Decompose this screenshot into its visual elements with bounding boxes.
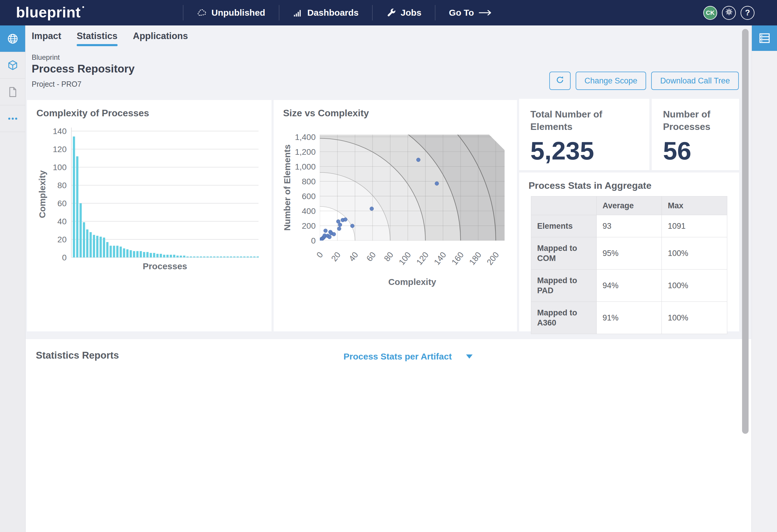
aggregate-title: Process Stats in Aggregate: [529, 180, 651, 191]
nav-item-label: Go To: [449, 8, 474, 18]
arrow-right-icon: [478, 9, 492, 16]
aggregate-row-label: Mapped to A360: [531, 302, 597, 334]
question-icon: ?: [745, 8, 750, 17]
page-actions: Change Scope Download Call Tree: [549, 72, 739, 90]
svg-text:1,200: 1,200: [295, 147, 316, 156]
tab-impact[interactable]: Impact: [32, 31, 61, 46]
nav-item-jobs[interactable]: Jobs: [372, 5, 435, 20]
caret-down-icon: [466, 355, 473, 359]
svg-text:800: 800: [302, 177, 316, 186]
selector-label: Process Stats per Artifact: [343, 352, 452, 362]
settings-button[interactable]: [722, 6, 736, 20]
globe-icon: [7, 33, 19, 45]
nav-item-go-to[interactable]: Go To: [435, 5, 506, 20]
sidebar-item-document[interactable]: [0, 79, 25, 105]
aggregate-corner-cell: [531, 196, 597, 215]
aggregate-max-cell: 1091: [662, 215, 727, 237]
report-type-selector[interactable]: Process Stats per Artifact: [343, 352, 473, 362]
svg-text:180: 180: [467, 250, 483, 267]
nav-item-label: Unpublished: [211, 8, 265, 18]
aggregate-average-cell: 91%: [596, 302, 662, 334]
svg-text:600: 600: [302, 192, 316, 201]
wrench-icon: [386, 8, 396, 18]
svg-text:Complexity: Complexity: [388, 277, 436, 287]
svg-text:0: 0: [311, 236, 316, 245]
aggregate-row: Mapped to COM95%100%: [531, 237, 727, 270]
svg-text:40: 40: [347, 250, 360, 263]
aggregate-max-cell: 100%: [662, 302, 727, 334]
sidebar-item-more[interactable]: [0, 105, 25, 132]
scatter-chart: 02004006008001,0001,2001,400020406080100…: [281, 121, 510, 317]
bar-chart: 020406080100120140ProcessesComplexity: [36, 121, 263, 288]
refresh-button[interactable]: [549, 72, 571, 90]
svg-text:120: 120: [415, 250, 430, 267]
aggregate-row-label: Elements: [531, 215, 597, 237]
logo-text: blueprint: [16, 4, 81, 21]
bar-chart-icon: [293, 8, 303, 18]
sidebar-item-model[interactable]: [0, 52, 25, 79]
help-button[interactable]: ?: [741, 6, 755, 20]
total-elements-stat-card: Total Number of Elements 5,235: [519, 99, 649, 170]
stat-value: 56: [663, 136, 691, 165]
size-vs-complexity-card: Size vs Complexity 02004006008001,0001,2…: [273, 100, 517, 331]
aggregate-row: Mapped to PAD94%100%: [531, 270, 727, 302]
svg-text:140: 140: [53, 127, 67, 136]
cloud-icon: [197, 8, 207, 18]
page-subtitle: Project - PRO7: [32, 80, 82, 89]
chart-title: Complexity of Processes: [36, 108, 149, 119]
file-icon: [7, 86, 19, 98]
svg-text:140: 140: [432, 250, 448, 267]
dots-icon: [7, 113, 19, 125]
aggregate-header-row: AverageMax: [531, 196, 727, 215]
change-scope-button[interactable]: Change Scope: [576, 72, 646, 90]
svg-text:0: 0: [315, 250, 325, 260]
svg-text:0: 0: [62, 253, 67, 262]
aggregate-column-header: Average: [596, 196, 662, 215]
aggregate-table-body: Elements931091Mapped to COM95%100%Mapped…: [531, 215, 727, 334]
svg-text:400: 400: [302, 207, 316, 216]
complexity-of-processes-card: Complexity of Processes 0204060801001201…: [27, 100, 271, 331]
reports-title: Statistics Reports: [36, 350, 119, 361]
stat-value: 5,235: [530, 136, 594, 165]
tab-applications[interactable]: Applications: [133, 31, 188, 46]
aggregate-max-cell: 100%: [662, 237, 727, 270]
nav-item-dashboards[interactable]: Dashboards: [279, 5, 372, 20]
rows-icon: [758, 32, 771, 45]
svg-text:100: 100: [53, 163, 67, 172]
tab-statistics[interactable]: Statistics: [77, 31, 118, 46]
svg-text:Complexity: Complexity: [37, 170, 47, 218]
sidebar-item-globe[interactable]: [0, 25, 25, 52]
user-avatar[interactable]: CK: [703, 6, 717, 20]
scrollbar-thumb[interactable]: [742, 29, 749, 434]
page-title: Process Repository: [32, 63, 135, 75]
svg-text:20: 20: [330, 250, 343, 263]
gear-icon: [725, 8, 733, 18]
svg-text:80: 80: [58, 181, 67, 190]
brand-logo[interactable]: blueprint: [16, 4, 84, 21]
svg-text:120: 120: [53, 145, 67, 154]
aggregate-table: AverageMax Elements931091Mapped to COM95…: [531, 196, 727, 334]
aggregate-row: Elements931091: [531, 215, 727, 237]
aggregate-row-label: Mapped to COM: [531, 237, 597, 270]
cube-icon: [7, 59, 19, 71]
breadcrumb[interactable]: Blueprint: [32, 53, 60, 61]
svg-text:Processes: Processes: [143, 261, 187, 271]
aggregate-max-cell: 100%: [662, 270, 727, 302]
content-tabs: ImpactStatisticsApplications: [32, 31, 188, 46]
svg-text:200: 200: [302, 221, 316, 231]
download-call-tree-button[interactable]: Download Call Tree: [651, 72, 739, 90]
number-of-processes-stat-card: Number of Processes 56: [652, 99, 739, 170]
svg-text:1,400: 1,400: [295, 133, 316, 142]
top-navbar: blueprint UnpublishedDashboardsJobsGo To…: [0, 0, 777, 25]
nav-item-unpublished[interactable]: Unpublished: [183, 5, 279, 20]
svg-text:40: 40: [58, 217, 67, 226]
svg-text:1,000: 1,000: [295, 162, 316, 171]
logo-trademark-icon: [82, 6, 84, 8]
statistics-reports-section: Statistics Reports Process Stats per Art…: [26, 339, 751, 532]
aggregate-row: Mapped to A36091%100%: [531, 302, 727, 334]
right-rail: [752, 25, 777, 532]
svg-text:200: 200: [485, 250, 501, 267]
aggregate-row-label: Mapped to PAD: [531, 270, 597, 302]
svg-text:100: 100: [397, 250, 413, 267]
rail-item-data-panel[interactable]: [752, 25, 777, 51]
